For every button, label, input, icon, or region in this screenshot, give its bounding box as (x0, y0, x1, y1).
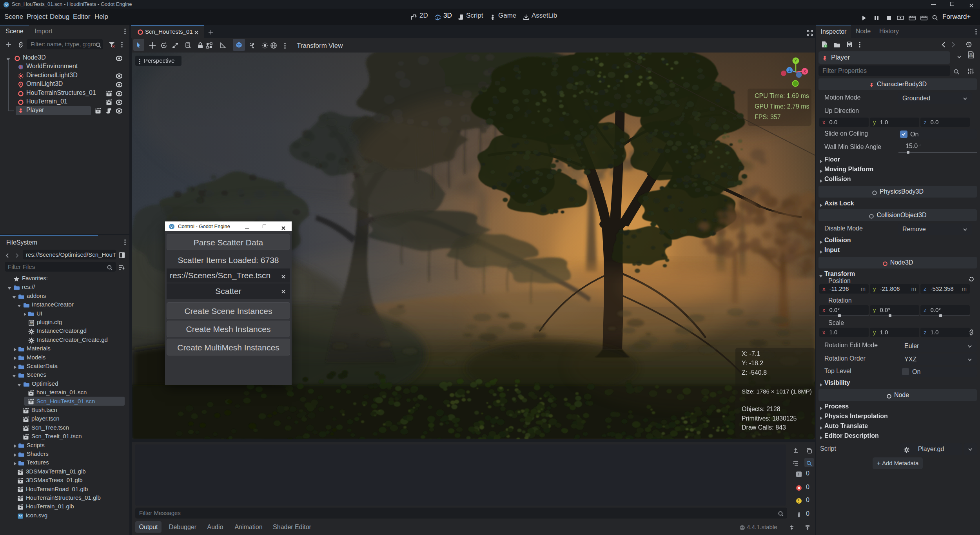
svg-text:txt: txt (30, 322, 33, 325)
svg-text:X: X (804, 69, 806, 74)
svg-text:Y: Y (795, 59, 797, 63)
svg-text:Z: Z (788, 68, 791, 73)
svg-text:DOC: DOC (968, 55, 974, 57)
